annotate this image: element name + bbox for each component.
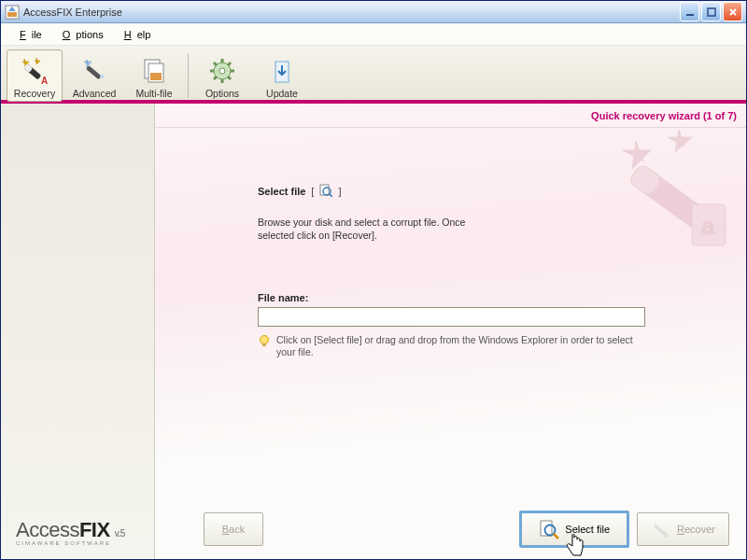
- toolbar-separator: [188, 53, 189, 98]
- app-window: AccessFIX Enterprise File Options Help A…: [0, 0, 747, 560]
- toolbar-options[interactable]: Options: [194, 49, 250, 102]
- svg-rect-39: [262, 343, 266, 346]
- toolbar: A Recovery Advanced Multi-file Options: [1, 46, 746, 104]
- minimize-button[interactable]: [680, 2, 699, 21]
- svg-rect-17: [150, 73, 162, 80]
- toolbar-multifile[interactable]: Multi-file: [126, 49, 182, 102]
- menu-help[interactable]: Help: [113, 27, 157, 42]
- svg-text:A: A: [41, 76, 48, 86]
- toolbar-recovery[interactable]: A Recovery: [7, 49, 63, 102]
- svg-rect-1: [7, 12, 17, 17]
- sidebar: AccessFIX v.5 CIMAWARE SOFTWARE: [1, 104, 155, 559]
- svg-marker-8: [35, 58, 40, 64]
- svg-rect-3: [686, 14, 694, 16]
- file-name-label: File name:: [258, 292, 701, 303]
- svg-point-38: [261, 336, 269, 344]
- menu-options[interactable]: Options: [51, 27, 109, 42]
- main-panel: a Quick recovery wizard (1 of 7) Select …: [155, 104, 746, 559]
- button-label: Recover: [677, 524, 715, 535]
- app-icon: [5, 5, 20, 20]
- svg-line-26: [228, 63, 231, 65]
- wizard-content: Select file [ ] Browse your disk and sel…: [155, 128, 746, 499]
- svg-point-19: [219, 68, 225, 74]
- toolbar-label: Advanced: [73, 88, 117, 99]
- svg-text:A: A: [664, 531, 669, 539]
- close-button[interactable]: [723, 2, 742, 21]
- update-icon: [267, 56, 297, 86]
- toolbar-label: Update: [266, 88, 298, 99]
- toolbar-label: Options: [205, 88, 239, 99]
- wizard-footer: Back Select file A Recover: [155, 499, 746, 559]
- svg-line-37: [330, 194, 332, 197]
- wand-sparkle-icon: [79, 56, 109, 86]
- file-name-input[interactable]: [258, 307, 645, 327]
- recover-button[interactable]: A Recover: [637, 512, 729, 546]
- hint-row: Click on [Select file] or drag and drop …: [258, 334, 645, 358]
- menu-bar: File Options Help: [1, 23, 746, 46]
- toolbar-label: Recovery: [14, 88, 55, 99]
- lightbulb-icon: [258, 334, 271, 347]
- window-title: AccessFIX Enterprise: [23, 7, 680, 18]
- instruction-text: Browse your disk and select a corrupt fi…: [258, 216, 500, 242]
- menu-file[interactable]: File: [8, 27, 48, 42]
- select-file-heading: Select file [ ]: [258, 184, 701, 199]
- svg-line-25: [228, 77, 231, 79]
- magnifier-icon: [319, 184, 332, 199]
- svg-rect-13: [86, 65, 102, 79]
- gear-icon: [207, 56, 237, 86]
- svg-line-24: [214, 63, 217, 65]
- wand-icon: A: [20, 56, 49, 86]
- svg-marker-12: [84, 60, 92, 67]
- maximize-button[interactable]: [701, 2, 721, 21]
- svg-point-14: [100, 75, 104, 78]
- select-file-button[interactable]: Select file: [519, 511, 629, 548]
- window-controls: [680, 2, 742, 21]
- svg-rect-4: [708, 8, 715, 16]
- cursor-hand-icon: [565, 534, 585, 560]
- multifile-icon: [139, 56, 169, 86]
- svg-line-27: [214, 77, 217, 79]
- back-button[interactable]: Back: [204, 512, 263, 546]
- svg-line-42: [554, 534, 558, 539]
- wand-small-icon: A: [651, 519, 671, 539]
- body-area: AccessFIX v.5 CIMAWARE SOFTWARE a Quick …: [1, 104, 746, 559]
- brand-logo: AccessFIX v.5 CIMAWARE SOFTWARE: [16, 518, 125, 546]
- toolbar-label: Multi-file: [135, 88, 172, 99]
- hint-text: Click on [Select file] or drag and drop …: [276, 334, 645, 358]
- title-bar: AccessFIX Enterprise: [1, 1, 746, 23]
- toolbar-update[interactable]: Update: [254, 49, 310, 102]
- magnifier-page-icon: [539, 519, 559, 539]
- toolbar-advanced[interactable]: Advanced: [66, 49, 122, 102]
- button-label: Select file: [565, 524, 610, 535]
